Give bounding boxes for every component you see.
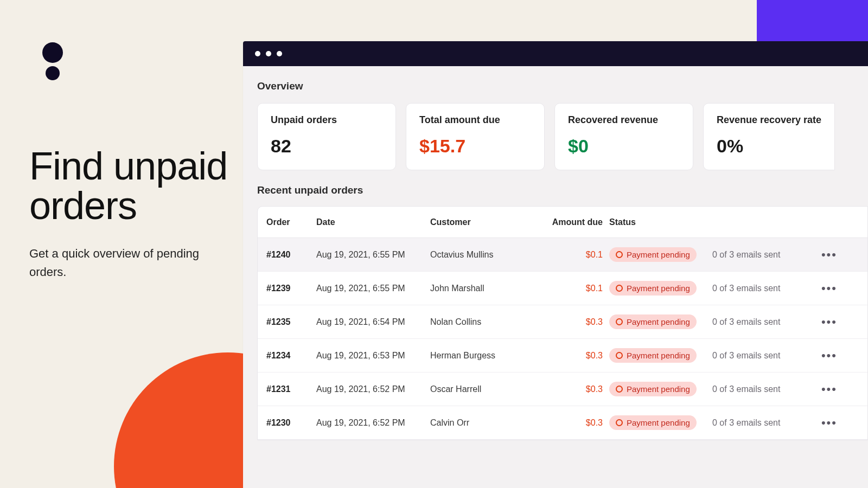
status-badge: Payment pending — [609, 415, 697, 430]
row-actions-button[interactable]: ••• — [799, 349, 837, 363]
table-row[interactable]: #1230Aug 19, 2021, 6:52 PMCalvin Orr$0.3… — [258, 406, 867, 440]
cell-status: Payment pending — [609, 382, 712, 396]
decor-purple-block — [757, 0, 868, 47]
col-order: Order — [266, 217, 316, 227]
cell-amount: $0.3 — [539, 317, 609, 327]
col-amount: Amount due — [539, 217, 609, 227]
card-total-due[interactable]: Total amount due $15.7 — [406, 103, 545, 170]
card-recovery-rate[interactable]: Revenue recovery rate 0% — [703, 103, 835, 170]
cell-order: #1239 — [266, 284, 316, 293]
decor-logo-dots — [42, 42, 63, 80]
cell-amount: $0.3 — [539, 418, 609, 428]
pending-ring-icon — [616, 285, 623, 292]
pending-ring-icon — [616, 251, 623, 258]
col-customer: Customer — [430, 217, 539, 227]
overview-heading: Overview — [257, 80, 868, 92]
cell-date: Aug 19, 2021, 6:53 PM — [316, 351, 430, 361]
cell-emails: 0 of 3 emails sent — [712, 351, 799, 361]
cell-order: #1240 — [266, 250, 316, 260]
status-badge: Payment pending — [609, 382, 697, 396]
window-titlebar — [243, 41, 868, 66]
cell-customer: John Marshall — [430, 284, 539, 293]
pending-ring-icon — [616, 352, 623, 359]
cell-order: #1230 — [266, 418, 316, 428]
window-dot-icon — [277, 51, 282, 56]
cell-emails: 0 of 3 emails sent — [712, 250, 799, 260]
card-value: 0% — [717, 136, 821, 157]
cell-date: Aug 19, 2021, 6:52 PM — [316, 418, 430, 428]
table-row[interactable]: #1240Aug 19, 2021, 6:55 PMOctavius Mulli… — [258, 238, 867, 272]
status-badge: Payment pending — [609, 314, 697, 329]
cell-status: Payment pending — [609, 247, 712, 262]
row-actions-button[interactable]: ••• — [799, 416, 837, 430]
cell-emails: 0 of 3 emails sent — [712, 284, 799, 293]
window-dot-icon — [266, 51, 271, 56]
cell-emails: 0 of 3 emails sent — [712, 418, 799, 428]
cell-emails: 0 of 3 emails sent — [712, 317, 799, 327]
col-status: Status — [609, 217, 712, 227]
status-badge: Payment pending — [609, 348, 697, 363]
cell-amount: $0.1 — [539, 284, 609, 293]
cell-status: Payment pending — [609, 314, 712, 329]
cell-amount: $0.1 — [539, 250, 609, 260]
recent-orders-heading: Recent unpaid orders — [257, 184, 868, 196]
pending-ring-icon — [616, 419, 623, 426]
cell-date: Aug 19, 2021, 6:52 PM — [316, 384, 430, 394]
hero-title: Find unpaid orders — [29, 146, 230, 226]
cell-date: Aug 19, 2021, 6:55 PM — [316, 284, 430, 293]
card-label: Total amount due — [419, 114, 531, 126]
cell-status: Payment pending — [609, 281, 712, 296]
row-actions-button[interactable]: ••• — [799, 281, 837, 296]
orders-table: Order Date Customer Amount due Status #1… — [257, 206, 868, 440]
cell-date: Aug 19, 2021, 6:54 PM — [316, 317, 430, 327]
status-text: Payment pending — [627, 317, 690, 326]
pending-ring-icon — [616, 318, 623, 325]
cell-order: #1235 — [266, 317, 316, 327]
cell-customer: Herman Burgess — [430, 351, 539, 361]
status-text: Payment pending — [627, 418, 690, 427]
status-text: Payment pending — [627, 384, 690, 394]
cell-emails: 0 of 3 emails sent — [712, 384, 799, 394]
status-badge: Payment pending — [609, 281, 697, 296]
col-date: Date — [316, 217, 430, 227]
window-dot-icon — [255, 51, 260, 56]
card-value: $15.7 — [419, 136, 531, 157]
card-value: $0 — [568, 136, 680, 157]
table-header: Order Date Customer Amount due Status — [258, 207, 867, 238]
table-row[interactable]: #1235Aug 19, 2021, 6:54 PMNolan Collins$… — [258, 305, 867, 339]
cell-customer: Nolan Collins — [430, 317, 539, 327]
status-text: Payment pending — [627, 250, 690, 259]
row-actions-button[interactable]: ••• — [799, 315, 837, 329]
pending-ring-icon — [616, 386, 623, 393]
cell-customer: Octavius Mullins — [430, 250, 539, 260]
cell-order: #1231 — [266, 384, 316, 394]
app-window: Overview Unpaid orders 82 Total amount d… — [243, 41, 868, 488]
cell-amount: $0.3 — [539, 384, 609, 394]
card-recovered-revenue[interactable]: Recovered revenue $0 — [554, 103, 693, 170]
cell-status: Payment pending — [609, 415, 712, 430]
cell-amount: $0.3 — [539, 351, 609, 361]
cell-date: Aug 19, 2021, 6:55 PM — [316, 250, 430, 260]
cell-customer: Calvin Orr — [430, 418, 539, 428]
row-actions-button[interactable]: ••• — [799, 382, 837, 396]
card-label: Recovered revenue — [568, 114, 680, 126]
card-value: 82 — [271, 136, 382, 157]
card-label: Revenue recovery rate — [717, 114, 821, 126]
summary-cards: Unpaid orders 82 Total amount due $15.7 … — [257, 103, 868, 170]
status-text: Payment pending — [627, 284, 690, 293]
card-unpaid-orders[interactable]: Unpaid orders 82 — [257, 103, 396, 170]
status-badge: Payment pending — [609, 247, 697, 262]
hero-subtitle: Get a quick overview of pending orders. — [29, 245, 230, 281]
table-row[interactable]: #1231Aug 19, 2021, 6:52 PMOscar Harrell$… — [258, 373, 867, 406]
table-row[interactable]: #1239Aug 19, 2021, 6:55 PMJohn Marshall$… — [258, 272, 867, 305]
card-label: Unpaid orders — [271, 114, 382, 126]
cell-status: Payment pending — [609, 348, 712, 363]
status-text: Payment pending — [627, 351, 690, 360]
cell-customer: Oscar Harrell — [430, 384, 539, 394]
cell-order: #1234 — [266, 351, 316, 361]
table-row[interactable]: #1234Aug 19, 2021, 6:53 PMHerman Burgess… — [258, 339, 867, 373]
row-actions-button[interactable]: ••• — [799, 248, 837, 262]
